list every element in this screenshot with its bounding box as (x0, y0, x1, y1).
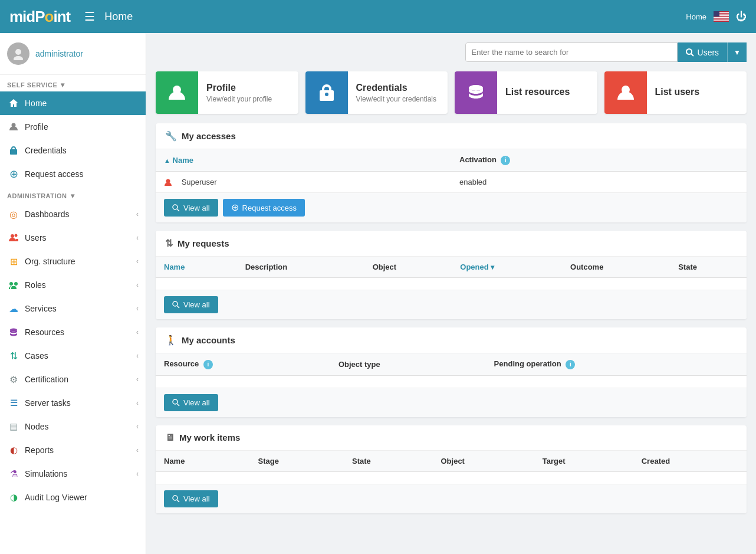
search-dropdown-button[interactable]: ▼ (727, 42, 747, 62)
sidebar-item-label-cases: Cases (25, 351, 136, 360)
sidebar-item-home[interactable]: Home (0, 91, 146, 115)
my-requests-title: My requests (178, 238, 229, 248)
svg-point-8 (15, 49, 21, 55)
home-link[interactable]: Home (686, 12, 706, 21)
svg-point-26 (173, 399, 178, 404)
quick-link-list-resources[interactable]: List resources (455, 71, 597, 114)
sidebar-item-roles[interactable]: Roles ‹ (0, 273, 146, 297)
row-user-icon (164, 178, 177, 186)
my-accounts-table: Resource i Object type Pending operation… (156, 353, 747, 388)
name-sort-icon: ▲ (164, 157, 170, 164)
avatar (7, 42, 29, 65)
my-requests-table: Name Description Object Opened ▾ (156, 257, 747, 290)
server-tasks-arrow-icon: ‹ (136, 399, 139, 407)
sidebar-item-users[interactable]: Users ‹ (0, 226, 146, 250)
request-access-icon: ⊕ (7, 168, 20, 181)
work-col-created: Created (633, 451, 747, 472)
empty-row-2 (156, 375, 747, 388)
my-work-items-panel: 🖥 My work items Name Stage State (156, 425, 747, 513)
reports-icon: ◐ (7, 444, 20, 457)
search-icon-small-4 (172, 495, 180, 503)
svg-point-16 (686, 49, 692, 54)
sidebar-user[interactable]: administrator (0, 33, 146, 75)
sidebar-item-org-structure[interactable]: ⊞ Org. structure ‹ (0, 250, 146, 273)
profile-icon (7, 120, 20, 133)
requests-col-name[interactable]: Name (156, 257, 237, 278)
work-col-state: State (344, 451, 432, 472)
accounts-view-all-button[interactable]: View all (164, 394, 218, 411)
quick-links: Profile View/edit your profile Credentia… (156, 71, 747, 114)
sidebar-item-profile[interactable]: Profile (0, 115, 146, 139)
dashboards-arrow-icon: ‹ (136, 210, 139, 218)
sidebar-username[interactable]: administrator (35, 49, 83, 58)
svg-line-23 (178, 209, 180, 211)
sidebar-item-label-reports: Reports (25, 445, 136, 455)
brand-logo[interactable]: midPoint (9, 8, 70, 26)
navbar-title: Home (104, 11, 686, 23)
search-icon-small-2 (172, 301, 180, 309)
svg-point-28 (173, 496, 178, 500)
quick-link-credentials[interactable]: Credentials View/edit your credentials (305, 71, 448, 114)
main-content: Users ▼ Profile View/edit your profile (146, 33, 756, 554)
my-accounts-footer: View all (156, 388, 747, 417)
my-accounts-icon: 🚶 (165, 335, 177, 346)
sidebar-item-simulations[interactable]: ⚗ Simulations ‹ (0, 462, 146, 486)
sidebar-item-label-server-tasks: Server tasks (25, 398, 136, 408)
nodes-icon: ▤ (7, 420, 20, 433)
search-icon (686, 48, 694, 57)
users-icon (7, 231, 20, 244)
certification-arrow-icon: ‹ (136, 375, 139, 383)
my-accesses-icon: 🔧 (165, 130, 177, 142)
sidebar-item-dashboards[interactable]: ◎ Dashboards ‹ (0, 202, 146, 226)
empty-row (156, 278, 747, 290)
my-work-items-table: Name Stage State Object Target (156, 451, 747, 484)
home-icon (7, 97, 20, 110)
sidebar-item-request-access[interactable]: ⊕ Request access (0, 162, 146, 186)
sidebar-item-resources[interactable]: Resources ‹ (0, 320, 146, 344)
resource-info-icon[interactable]: i (203, 360, 213, 369)
request-access-button[interactable]: ⊕ Request access (223, 199, 305, 217)
activation-info-icon[interactable]: i (501, 156, 510, 165)
work-items-view-all-button[interactable]: View all (164, 490, 218, 507)
accounts-col-resource: Resource i (156, 353, 330, 375)
accesses-view-all-button[interactable]: View all (164, 199, 218, 217)
server-tasks-icon: ☰ (7, 396, 20, 409)
requests-col-opened[interactable]: Opened ▾ (452, 257, 562, 278)
users-arrow-icon: ‹ (136, 234, 139, 242)
sidebar-item-cases[interactable]: ⇅ Cases ‹ (0, 344, 146, 368)
quick-link-list-users[interactable]: List users (604, 71, 747, 114)
accesses-col-name[interactable]: ▲ Name (156, 149, 451, 171)
search-input[interactable] (466, 43, 677, 61)
accesses-col-activation: Activation i (451, 149, 747, 171)
requests-view-all-button[interactable]: View all (164, 296, 218, 313)
sidebar-item-reports[interactable]: ◐ Reports ‹ (0, 438, 146, 462)
pending-info-icon[interactable]: i (566, 360, 575, 369)
quick-link-list-users-title: List users (655, 87, 700, 97)
my-requests-header: ⇅ My requests (156, 231, 747, 257)
hamburger-icon[interactable]: ☰ (84, 9, 95, 24)
requests-col-state: State (670, 257, 747, 278)
work-col-object: Object (433, 451, 534, 472)
quick-link-list-resources-title: List resources (505, 87, 570, 97)
sidebar-item-certification[interactable]: ⚙ Certification ‹ (0, 368, 146, 391)
opened-sort-icon: ▾ (491, 263, 494, 271)
sidebar-item-credentials[interactable]: Credentials (0, 139, 146, 162)
services-arrow-icon: ‹ (136, 304, 139, 313)
sidebar-item-nodes[interactable]: ▤ Nodes ‹ (0, 415, 146, 438)
plus-icon: ⊕ (231, 203, 239, 212)
accesses-row-activation: enabled (451, 171, 747, 192)
credentials-icon (7, 144, 20, 157)
org-structure-arrow-icon: ‹ (136, 257, 139, 265)
sidebar-item-server-tasks[interactable]: ☰ Server tasks ‹ (0, 391, 146, 415)
cases-icon: ⇅ (7, 349, 20, 362)
sidebar-item-services[interactable]: ☁ Services ‹ (0, 297, 146, 320)
search-button[interactable]: Users (678, 42, 728, 62)
sidebar-item-label-credentials: Credentials (25, 146, 139, 155)
svg-point-22 (173, 205, 178, 209)
my-accounts-panel: 🚶 My accounts Resource i Object type (156, 327, 747, 417)
sidebar-item-audit-log[interactable]: ◑ Audit Log Viewer (0, 486, 146, 509)
admin-label: ADMINISTRATION ▾ (0, 186, 146, 202)
quick-link-profile[interactable]: Profile View/edit your profile (156, 71, 298, 114)
power-icon[interactable]: ⏻ (736, 11, 747, 23)
svg-line-29 (178, 500, 180, 502)
